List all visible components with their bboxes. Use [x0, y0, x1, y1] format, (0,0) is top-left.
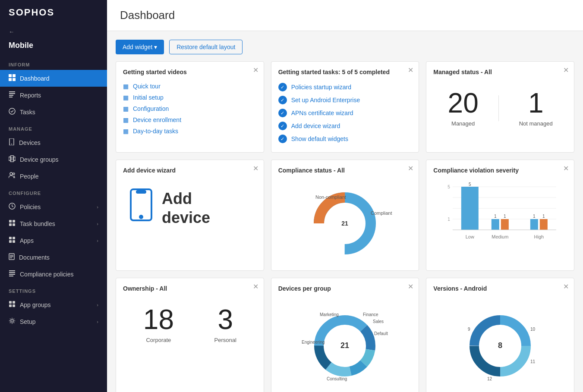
donut-container: 21 Compliant Non-compliant [278, 179, 412, 263]
mobile-label: Mobile [0, 38, 107, 56]
svg-text:1: 1 [448, 217, 451, 222]
close-icon[interactable]: ✕ [408, 67, 413, 74]
sidebar-item-devices[interactable]: Devices [0, 134, 107, 151]
svg-rect-40 [137, 191, 145, 193]
sidebar-item-tasks[interactable]: Tasks [0, 103, 107, 120]
list-item[interactable]: ✓ Add device wizard [278, 119, 412, 132]
apps-icon [9, 236, 16, 245]
svg-text:12: 12 [487, 376, 492, 381]
sidebar-item-label: Apps [20, 237, 34, 244]
policies-icon [9, 203, 16, 211]
list-item[interactable]: ▦ Quick tour [123, 81, 257, 92]
close-icon[interactable]: ✕ [563, 165, 569, 172]
phone-icon [127, 188, 155, 229]
devices-icon [9, 138, 15, 147]
svg-rect-2 [9, 78, 12, 81]
svg-point-14 [10, 172, 13, 175]
close-icon[interactable]: ✕ [253, 165, 258, 172]
task-label[interactable]: Show default widgets [291, 135, 348, 142]
list-item[interactable]: ✓ Show default widgets [278, 132, 412, 145]
sidebar-item-reports[interactable]: Reports [0, 87, 107, 103]
add-device-line2: device [162, 208, 210, 227]
task-list: ✓ Policies startup wizard ✓ Set up Andro… [278, 81, 412, 145]
sidebar-item-dashboard[interactable]: Dashboard [0, 70, 107, 87]
sidebar-item-label: Task bundles [20, 220, 55, 227]
personal-stat: 3 Personal [214, 306, 236, 343]
brand-name: SOPHOS [9, 7, 54, 18]
donut-container: 8 10 11 12 9 [433, 297, 567, 390]
video-link[interactable]: Quick tour [133, 83, 161, 90]
task-label[interactable]: Add device wizard [291, 122, 340, 129]
widget-managed-status: Managed status - All ✕ 20 Managed 1 Not … [426, 61, 574, 153]
svg-text:1: 1 [494, 214, 497, 219]
video-link[interactable]: Day-to-day tasks [133, 128, 178, 135]
close-icon[interactable]: ✕ [408, 165, 413, 172]
svg-text:10: 10 [530, 327, 536, 332]
svg-text:9: 9 [468, 327, 470, 332]
close-icon[interactable]: ✕ [408, 283, 413, 290]
video-link[interactable]: Initial setup [133, 94, 164, 101]
main-content: Dashboard Add widget ▾ Restore default l… [107, 0, 583, 392]
task-label[interactable]: Policies startup wizard [291, 84, 351, 91]
list-item[interactable]: ✓ APNs certificate wizard [278, 107, 412, 119]
sidebar-item-app-groups[interactable]: App groups › [0, 296, 107, 313]
svg-rect-31 [9, 274, 15, 275]
page-header: Dashboard [107, 0, 583, 31]
list-item[interactable]: ✓ Set up Android Enterprise [278, 94, 412, 107]
sidebar-item-policies[interactable]: Policies › [0, 198, 107, 215]
svg-text:8: 8 [498, 341, 502, 350]
list-item[interactable]: ▦ Configuration [123, 103, 257, 114]
managed-label: Managed [448, 120, 479, 127]
chevron-right-icon: › [97, 302, 98, 307]
svg-rect-24 [13, 240, 15, 243]
versions-android-chart: 8 10 11 12 9 [444, 301, 556, 387]
video-link[interactable]: Configuration [133, 105, 169, 112]
task-label[interactable]: APNs certificate wizard [291, 110, 353, 116]
back-button[interactable]: ← [0, 25, 107, 38]
close-icon[interactable]: ✕ [253, 67, 258, 74]
sidebar-item-label: Documents [19, 254, 50, 261]
svg-rect-29 [9, 270, 15, 271]
managed-status-content: 20 Managed 1 Not managed [433, 81, 567, 131]
svg-text:11: 11 [530, 359, 536, 364]
svg-point-37 [11, 320, 13, 322]
sidebar-section-settings: SETTINGS [0, 282, 107, 296]
corporate-stat: 18 Corporate [143, 306, 174, 343]
svg-text:Default: Default [374, 331, 388, 336]
svg-point-39 [140, 216, 142, 218]
list-item[interactable]: ✓ Policies startup wizard [278, 81, 412, 94]
dashboard-icon [9, 74, 16, 82]
restore-layout-button[interactable]: Restore default layout [169, 40, 243, 54]
close-icon[interactable]: ✕ [253, 283, 258, 290]
svg-rect-36 [13, 304, 15, 307]
sidebar-item-device-groups[interactable]: Device groups [0, 151, 107, 168]
svg-rect-18 [13, 220, 15, 223]
widget-devices-per-group: Devices per group ✕ [271, 278, 419, 392]
widget-title: Ownership - All [123, 285, 257, 292]
svg-rect-6 [9, 95, 13, 96]
sidebar-item-setup[interactable]: Setup › [0, 313, 107, 330]
check-icon: ✓ [278, 135, 287, 143]
chevron-right-icon: › [97, 204, 98, 210]
video-link[interactable]: Device enrollment [133, 116, 181, 123]
svg-rect-20 [13, 223, 15, 226]
svg-rect-3 [13, 78, 16, 81]
close-icon[interactable]: ✕ [563, 283, 569, 290]
list-item[interactable]: ▦ Device enrollment [123, 114, 257, 125]
list-item[interactable]: ▦ Day-to-day tasks [123, 125, 257, 137]
svg-rect-35 [9, 304, 12, 307]
svg-text:21: 21 [342, 220, 349, 227]
task-label[interactable]: Set up Android Enterprise [291, 97, 360, 103]
add-widget-button[interactable]: Add widget ▾ [116, 40, 164, 54]
sidebar-item-documents[interactable]: Documents [0, 249, 107, 266]
sidebar-item-label: Setup [20, 318, 36, 325]
svg-rect-22 [13, 237, 15, 239]
sidebar-item-compliance-policies[interactable]: Compliance policies [0, 266, 107, 282]
sidebar-item-task-bundles[interactable]: Task bundles › [0, 215, 107, 232]
sidebar-item-apps[interactable]: Apps › [0, 232, 107, 249]
sidebar-item-people[interactable]: People [0, 168, 107, 185]
managed-stat-not-managed: 1 Not managed [519, 89, 553, 127]
close-icon[interactable]: ✕ [563, 67, 569, 74]
svg-point-10 [11, 144, 12, 144]
list-item[interactable]: ▦ Initial setup [123, 92, 257, 103]
